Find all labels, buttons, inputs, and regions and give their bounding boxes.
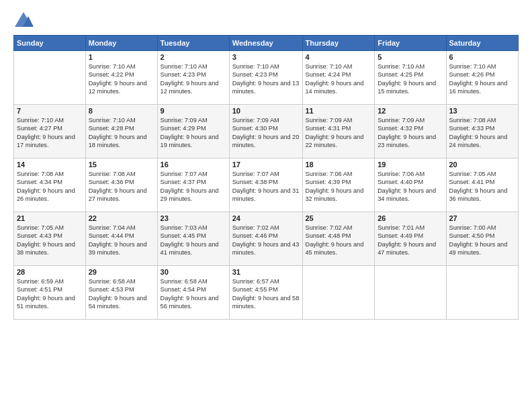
day-info: Sunrise: 7:10 AMSunset: 4:28 PMDaylight:… [89,116,154,150]
day-info: Sunrise: 7:10 AMSunset: 4:23 PMDaylight:… [232,62,300,96]
day-info: Sunrise: 7:02 AMSunset: 4:48 PMDaylight:… [306,224,372,257]
day-number: 9 [161,107,226,115]
day-info: Sunrise: 7:10 AMSunset: 4:22 PMDaylight:… [89,62,154,96]
calendar-cell: 12Sunrise: 7:09 AMSunset: 4:32 PMDayligh… [375,105,446,158]
calendar-cell: 24Sunrise: 7:02 AMSunset: 4:46 PMDayligh… [229,212,302,266]
calendar-cell: 26Sunrise: 7:01 AMSunset: 4:49 PMDayligh… [375,212,446,266]
calendar-cell [375,266,446,320]
calendar-cell: 2Sunrise: 7:10 AMSunset: 4:23 PMDaylight… [157,51,229,105]
day-number: 15 [89,161,154,169]
day-info: Sunrise: 7:00 AMSunset: 4:50 PMDaylight:… [449,224,516,257]
calendar-cell: 3Sunrise: 7:10 AMSunset: 4:23 PMDaylight… [229,51,302,105]
day-info: Sunrise: 7:02 AMSunset: 4:46 PMDaylight:… [232,224,300,257]
logo-icon [13,11,34,30]
day-number: 2 [161,53,226,61]
day-info: Sunrise: 7:03 AMSunset: 4:45 PMDaylight:… [161,224,226,257]
day-info: Sunrise: 7:06 AMSunset: 4:40 PMDaylight:… [378,170,443,203]
calendar-cell: 8Sunrise: 7:10 AMSunset: 4:28 PMDaylight… [85,105,157,158]
day-number: 10 [232,107,300,115]
day-info: Sunrise: 7:10 AMSunset: 4:25 PMDaylight:… [378,62,443,96]
header [13,11,519,30]
day-number: 6 [449,53,516,61]
calendar-cell: 1Sunrise: 7:10 AMSunset: 4:22 PMDaylight… [85,51,157,105]
day-header-wednesday: Wednesday [229,36,302,51]
day-number: 31 [232,268,300,276]
day-number: 4 [306,53,372,61]
calendar-cell: 23Sunrise: 7:03 AMSunset: 4:45 PMDayligh… [157,212,229,266]
day-header-tuesday: Tuesday [157,36,229,51]
calendar-cell: 7Sunrise: 7:10 AMSunset: 4:27 PMDaylight… [14,105,86,158]
calendar-cell: 21Sunrise: 7:05 AMSunset: 4:43 PMDayligh… [14,212,86,266]
calendar-cell: 4Sunrise: 7:10 AMSunset: 4:24 PMDaylight… [302,51,375,105]
calendar-cell: 31Sunrise: 6:57 AMSunset: 4:55 PMDayligh… [229,266,302,320]
day-number: 5 [378,53,443,61]
calendar-cell: 9Sunrise: 7:09 AMSunset: 4:29 PMDaylight… [157,105,229,158]
day-number: 19 [378,161,443,169]
day-info: Sunrise: 6:57 AMSunset: 4:55 PMDaylight:… [232,277,300,311]
day-info: Sunrise: 7:08 AMSunset: 4:33 PMDaylight:… [449,116,516,150]
day-header-sunday: Sunday [14,36,86,51]
day-info: Sunrise: 7:10 AMSunset: 4:26 PMDaylight:… [449,62,516,96]
calendar-cell: 19Sunrise: 7:06 AMSunset: 4:40 PMDayligh… [375,158,446,212]
calendar-cell: 5Sunrise: 7:10 AMSunset: 4:25 PMDaylight… [375,51,446,105]
day-number: 25 [306,214,372,222]
calendar-week-row: 7Sunrise: 7:10 AMSunset: 4:27 PMDaylight… [14,105,519,158]
calendar-cell [446,266,519,320]
day-header-monday: Monday [85,36,157,51]
calendar-cell: 20Sunrise: 7:05 AMSunset: 4:41 PMDayligh… [446,158,519,212]
calendar-cell: 25Sunrise: 7:02 AMSunset: 4:48 PMDayligh… [302,212,375,266]
day-info: Sunrise: 7:09 AMSunset: 4:32 PMDaylight:… [378,116,443,150]
calendar-table: SundayMondayTuesdayWednesdayThursdayFrid… [13,35,519,320]
day-number: 13 [449,107,516,115]
day-number: 24 [232,214,300,222]
calendar-cell: 16Sunrise: 7:07 AMSunset: 4:37 PMDayligh… [157,158,229,212]
calendar-cell: 28Sunrise: 6:59 AMSunset: 4:51 PMDayligh… [14,266,86,320]
day-number: 12 [378,107,443,115]
day-info: Sunrise: 7:09 AMSunset: 4:30 PMDaylight:… [232,116,300,150]
day-number: 23 [161,214,226,222]
day-number: 21 [17,214,83,222]
calendar-header-row: SundayMondayTuesdayWednesdayThursdayFrid… [14,36,519,51]
calendar-cell: 17Sunrise: 7:07 AMSunset: 4:38 PMDayligh… [229,158,302,212]
day-info: Sunrise: 6:58 AMSunset: 4:53 PMDaylight:… [89,277,154,311]
day-info: Sunrise: 6:58 AMSunset: 4:54 PMDaylight:… [161,277,226,311]
day-info: Sunrise: 7:05 AMSunset: 4:43 PMDaylight:… [17,224,83,257]
day-number: 27 [449,214,516,222]
day-number: 1 [89,53,154,61]
day-info: Sunrise: 7:04 AMSunset: 4:44 PMDaylight:… [89,224,154,257]
calendar-cell [302,266,375,320]
calendar-cell: 30Sunrise: 6:58 AMSunset: 4:54 PMDayligh… [157,266,229,320]
logo [13,11,36,30]
day-number: 30 [161,268,226,276]
day-info: Sunrise: 7:07 AMSunset: 4:38 PMDaylight:… [232,170,300,203]
day-number: 7 [17,107,83,115]
calendar-week-row: 14Sunrise: 7:08 AMSunset: 4:34 PMDayligh… [14,158,519,212]
calendar-cell: 14Sunrise: 7:08 AMSunset: 4:34 PMDayligh… [14,158,86,212]
calendar-cell: 18Sunrise: 7:06 AMSunset: 4:39 PMDayligh… [302,158,375,212]
calendar-cell: 11Sunrise: 7:09 AMSunset: 4:31 PMDayligh… [302,105,375,158]
calendar-cell: 27Sunrise: 7:00 AMSunset: 4:50 PMDayligh… [446,212,519,266]
day-number: 18 [306,161,372,169]
day-number: 3 [232,53,300,61]
day-info: Sunrise: 6:59 AMSunset: 4:51 PMDaylight:… [17,277,83,311]
calendar-week-row: 28Sunrise: 6:59 AMSunset: 4:51 PMDayligh… [14,266,519,320]
day-number: 22 [89,214,154,222]
day-number: 26 [378,214,443,222]
day-number: 28 [17,268,83,276]
calendar-page: SundayMondayTuesdayWednesdayThursdayFrid… [0,0,532,411]
day-info: Sunrise: 7:10 AMSunset: 4:24 PMDaylight:… [306,62,372,96]
calendar-cell: 13Sunrise: 7:08 AMSunset: 4:33 PMDayligh… [446,105,519,158]
calendar-cell: 15Sunrise: 7:08 AMSunset: 4:36 PMDayligh… [85,158,157,212]
day-number: 8 [89,107,154,115]
calendar-cell [14,51,86,105]
day-info: Sunrise: 7:05 AMSunset: 4:41 PMDaylight:… [449,170,516,203]
day-info: Sunrise: 7:01 AMSunset: 4:49 PMDaylight:… [378,224,443,257]
calendar-cell: 10Sunrise: 7:09 AMSunset: 4:30 PMDayligh… [229,105,302,158]
day-number: 29 [89,268,154,276]
day-number: 17 [232,161,300,169]
day-info: Sunrise: 7:08 AMSunset: 4:34 PMDaylight:… [17,170,83,203]
day-info: Sunrise: 7:10 AMSunset: 4:27 PMDaylight:… [17,116,83,150]
day-number: 20 [449,161,516,169]
day-header-thursday: Thursday [302,36,375,51]
day-info: Sunrise: 7:09 AMSunset: 4:31 PMDaylight:… [306,116,372,150]
